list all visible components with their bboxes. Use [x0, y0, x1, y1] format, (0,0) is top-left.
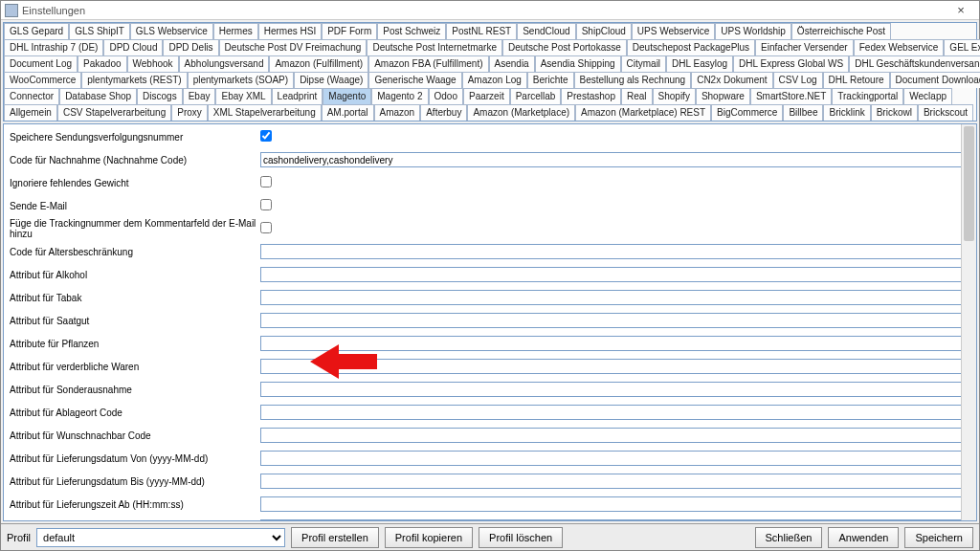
tab--sterreichische-post[interactable]: Österreichische Post — [791, 23, 891, 39]
tab-deutsche-post-internetmarke[interactable]: Deutsche Post Internetmarke — [367, 39, 502, 55]
tab-amazon-log[interactable]: Amazon Log — [462, 72, 527, 88]
tab-deutsche-post-dv-freimachung[interactable]: Deutsche Post DV Freimachung — [219, 39, 368, 55]
tab-hermes-hsi[interactable]: Hermes HSI — [258, 23, 322, 39]
input-plants[interactable] — [260, 336, 970, 351]
input-deliv-to[interactable] — [260, 474, 970, 489]
tab-csv-stapelverarbeitung[interactable]: CSV Stapelverarbeitung — [57, 104, 171, 121]
tab-plentymarkets-rest-[interactable]: plentymarkets (REST) — [81, 72, 187, 88]
input-time-to[interactable] — [260, 519, 970, 521]
tab-document-downloader[interactable]: Document Downloader — [890, 72, 980, 88]
tab-einfacher-versender[interactable]: Einfacher Versender — [755, 39, 854, 55]
tab-discogs[interactable]: Discogs — [137, 88, 183, 104]
tab-document-log[interactable]: Document Log — [4, 55, 78, 72]
tab-dpd-cloud[interactable]: DPD Cloud — [103, 39, 163, 55]
btn-save[interactable]: Speichern — [904, 527, 973, 548]
btn-apply[interactable]: Anwenden — [828, 527, 899, 548]
tab-amazon-marketplace-rest[interactable]: Amazon (Marketplace) REST — [575, 104, 711, 121]
tab-ups-webservice[interactable]: UPS Webservice — [632, 23, 715, 39]
tab-connector[interactable]: Connector — [4, 88, 59, 104]
tab-deutsche-post-portokasse[interactable]: Deutsche Post Portokasse — [502, 39, 627, 55]
tab-dhl-retoure[interactable]: DHL Retoure — [823, 72, 890, 88]
input-perishable[interactable] — [260, 359, 970, 374]
input-neighbor[interactable] — [260, 428, 970, 443]
tab-odoo[interactable]: Odoo — [429, 88, 463, 104]
tab-bigcommerce[interactable]: BigCommerce — [711, 104, 783, 121]
btn-profile-create[interactable]: Profil erstellen — [291, 527, 379, 548]
input-cod-code[interactable] — [260, 152, 970, 167]
tab-shipcloud[interactable]: ShipCloud — [576, 23, 632, 39]
tab-csv-log[interactable]: CSV Log — [773, 72, 823, 88]
checkbox-ignore-weight[interactable] — [260, 176, 272, 187]
tab-prestashop[interactable]: Prestashop — [561, 88, 621, 104]
btn-close[interactable]: Schließen — [755, 527, 823, 548]
input-dropoff[interactable] — [260, 405, 970, 420]
tab-cn2x-dokument[interactable]: CN2x Dokument — [691, 72, 772, 88]
tab-ebay-xml[interactable]: Ebay XML — [215, 88, 271, 104]
btn-profile-delete[interactable]: Profil löschen — [479, 527, 563, 548]
tab-post-schweiz[interactable]: Post Schweiz — [377, 23, 446, 39]
tab-magento[interactable]: Magento — [323, 88, 371, 104]
input-exception[interactable] — [260, 382, 970, 397]
tab-ebay[interactable]: Ebay — [183, 88, 216, 104]
tab-brickscout[interactable]: Brickscout — [918, 104, 973, 121]
tab-abholungsversand[interactable]: Abholungsversand — [179, 55, 270, 72]
tab-gel-express[interactable]: GEL Express — [944, 39, 980, 55]
input-alcohol[interactable] — [260, 267, 970, 282]
input-deliv-from[interactable] — [260, 451, 970, 466]
checkbox-tracking-comment[interactable] — [260, 222, 272, 233]
tab-deutschepost-packageplus[interactable]: Deutschepost PackagePlus — [627, 39, 755, 55]
tab-hermes[interactable]: Hermes — [213, 23, 258, 39]
tab-real[interactable]: Real — [621, 88, 653, 104]
tab-dipse-waage-[interactable]: Dipse (Waage) — [294, 72, 368, 88]
tab-amazon-fulfillment-[interactable]: Amazon (Fulfillment) — [269, 55, 368, 72]
tab-database-shop[interactable]: Database Shop — [59, 88, 137, 104]
tab-afterbuy[interactable]: Afterbuy — [420, 104, 467, 121]
tab-paarzeit[interactable]: Paarzeit — [463, 88, 510, 104]
tab-bestellung-als-rechnung[interactable]: Bestellung als Rechnung — [574, 72, 692, 88]
tab-woocommerce[interactable]: WooCommerce — [4, 72, 81, 88]
tab-weclapp[interactable]: Weclapp — [903, 88, 952, 104]
tab-xml-stapelverarbeitung[interactable]: XML Stapelverarbeitung — [208, 104, 322, 121]
scrollbar-thumb[interactable] — [964, 126, 974, 241]
tab-shopify[interactable]: Shopify — [653, 88, 696, 104]
tab-ups-worldship[interactable]: UPS Worldship — [715, 23, 791, 39]
tab-berichte[interactable]: Berichte — [527, 72, 574, 88]
tab-gls-shipit[interactable]: GLS ShipIT — [69, 23, 130, 39]
tab-billbee[interactable]: Billbee — [783, 104, 823, 121]
tab-smartstore-net[interactable]: SmartStore.NET — [750, 88, 832, 104]
input-tobacco[interactable] — [260, 290, 970, 305]
tab-leadprint[interactable]: Leadprint — [272, 88, 323, 104]
close-icon[interactable]: × — [947, 3, 975, 17]
tab-postnl-rest[interactable]: PostNL REST — [446, 23, 517, 39]
tab-webhook[interactable]: Webhook — [127, 55, 179, 72]
tab-am-portal[interactable]: AM.portal — [322, 104, 374, 121]
tab-dhl-express-global-ws[interactable]: DHL Express Global WS — [733, 55, 849, 72]
input-time-from[interactable] — [260, 496, 970, 512]
tab-shopware[interactable]: Shopware — [696, 88, 750, 104]
tab-dhl-easylog[interactable]: DHL Easylog — [666, 55, 733, 72]
tab-plentymarkets-soap-[interactable]: plentymarkets (SOAP) — [188, 72, 294, 88]
tab-gls-webservice[interactable]: GLS Webservice — [130, 23, 213, 39]
tab-dhl-intraship-7-de-[interactable]: DHL Intraship 7 (DE) — [4, 39, 103, 55]
tab-fedex-webservice[interactable]: Fedex Webservice — [854, 39, 945, 55]
tab-bricklink[interactable]: Bricklink — [823, 104, 870, 121]
tab-pakadoo[interactable]: Pakadoo — [78, 55, 126, 72]
profil-select[interactable]: default — [36, 528, 285, 547]
btn-profile-copy[interactable]: Profil kopieren — [385, 527, 473, 548]
tab-brickowl[interactable]: Brickowl — [871, 104, 918, 121]
tab-magento-2[interactable]: Magento 2 — [371, 88, 428, 104]
tab-dpd-delis[interactable]: DPD Delis — [163, 39, 218, 55]
input-seed[interactable] — [260, 313, 970, 328]
tab-dhl-gesch-ftskundenversand[interactable]: DHL Geschäftskundenversand — [849, 55, 980, 72]
tab-trackingportal[interactable]: Trackingportal — [832, 88, 903, 104]
tab-asendia-shipping[interactable]: Asendia Shipping — [535, 55, 621, 72]
tab-gls-gepard[interactable]: GLS Gepard — [4, 23, 69, 39]
tab-asendia[interactable]: Asendia — [489, 55, 535, 72]
tab-sendcloud[interactable]: SendCloud — [517, 23, 575, 39]
tab-allgemein[interactable]: Allgemein — [4, 104, 57, 121]
input-age-code[interactable] — [260, 244, 970, 259]
checkbox-tracking-save[interactable] — [260, 130, 272, 142]
tab-parcellab[interactable]: Parcellab — [510, 88, 562, 104]
tab-proxy[interactable]: Proxy — [171, 104, 208, 121]
tab-amazon[interactable]: Amazon — [374, 104, 421, 121]
